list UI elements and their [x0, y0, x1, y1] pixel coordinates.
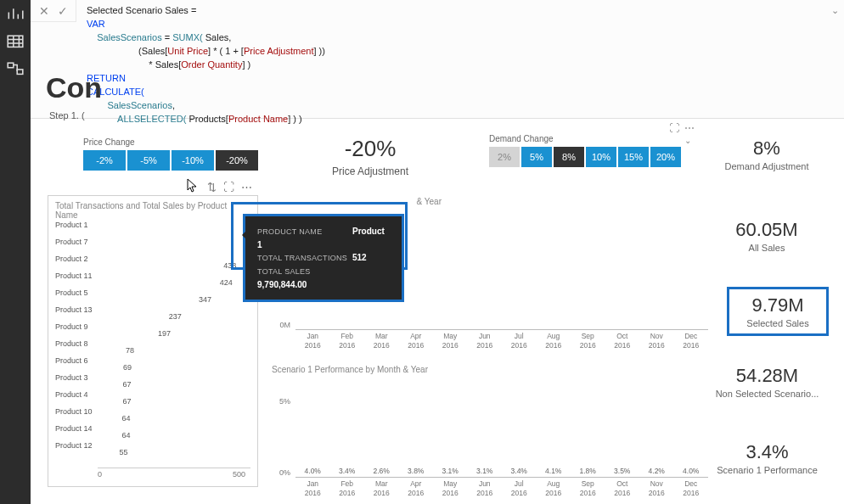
- kpi-selected-sales: 9.79M Selected Sales: [727, 287, 829, 336]
- axis-tick: Jun2016: [468, 332, 503, 354]
- column-label: 4.2%: [639, 467, 673, 477]
- slicer-option[interactable]: 2%: [489, 147, 520, 167]
- bar-row[interactable]: Product 878: [55, 335, 250, 352]
- column-label: 4.0%: [674, 467, 708, 477]
- bar-row[interactable]: Product 669: [55, 352, 250, 369]
- bar-category: Product 7: [55, 238, 98, 246]
- axis-tick: Mar2016: [364, 332, 399, 354]
- bar-row[interactable]: Product 1255: [55, 437, 250, 454]
- column-label: 3.1%: [468, 467, 502, 477]
- bar-row[interactable]: Product 5347: [55, 284, 250, 301]
- expand-formula-icon[interactable]: ⌄: [831, 5, 839, 16]
- bar-category: Product 2: [55, 255, 98, 263]
- price-adjustment-label: Price Adjustment: [311, 165, 430, 177]
- x-axis: 0 500: [98, 468, 250, 481]
- bar-value: 347: [199, 295, 211, 304]
- axis-tick: Feb2016: [330, 332, 365, 354]
- formula-text[interactable]: Selected Scenario Sales = VAR SalesScena…: [87, 3, 827, 126]
- bar-row[interactable]: Product 11424: [55, 267, 250, 284]
- focus-mode-icon[interactable]: ⛶: [669, 122, 679, 134]
- axis-tick: Oct2016: [605, 332, 640, 354]
- axis-tick: 0: [98, 470, 102, 479]
- data-view-icon[interactable]: [6, 34, 25, 49]
- bar-row[interactable]: Product 1064: [55, 403, 250, 420]
- axis-tick: Jul2016: [502, 332, 537, 354]
- axis-tick: Nov2016: [639, 332, 674, 354]
- slicer-label: Demand Change: [489, 134, 681, 143]
- more-options-icon[interactable]: ⋯: [684, 122, 695, 134]
- bar-row[interactable]: Product 467: [55, 386, 250, 403]
- svg-rect-0: [8, 36, 23, 47]
- bar-category: Product 6: [55, 356, 98, 365]
- chevron-down-icon[interactable]: ⌄: [684, 136, 691, 145]
- slicer-option[interactable]: 8%: [554, 147, 584, 167]
- report-view-icon[interactable]: [6, 7, 25, 22]
- bar-value: 67: [122, 380, 131, 389]
- slicer-option[interactable]: -20%: [216, 150, 258, 171]
- bar-value: 237: [169, 312, 182, 321]
- bar-row[interactable]: Product 367: [55, 369, 250, 386]
- bar-value: 69: [123, 363, 132, 372]
- kpi-value: 8%: [712, 137, 822, 160]
- kpi-non-selected: 54.28M Non Selected Scenario...: [706, 365, 829, 399]
- bar-category: Product 8: [55, 339, 98, 348]
- more-options-icon[interactable]: ⋯: [241, 181, 252, 193]
- slicer-option[interactable]: 5%: [521, 147, 552, 167]
- axis-tick: Dec2016: [674, 332, 709, 354]
- bar-category: Product 12: [55, 441, 98, 450]
- axis-tick: 0M: [279, 321, 290, 329]
- bar-category: Product 9: [55, 322, 98, 331]
- bar-value: 197: [158, 329, 171, 338]
- bar-value: 64: [121, 414, 130, 423]
- kpi-label: Non Selected Scenario...: [706, 389, 829, 399]
- tooltip-value: 512: [352, 253, 367, 262]
- axis-tick: Jun2016: [468, 479, 503, 501]
- column-label: 4.1%: [537, 467, 571, 477]
- kpi-scenario1-perf: 3.4% Scenario 1 Performance: [706, 441, 829, 475]
- slicer-option[interactable]: -10%: [172, 150, 214, 171]
- cancel-icon[interactable]: ✕: [39, 4, 49, 18]
- bar-row[interactable]: Product 13237: [55, 301, 250, 318]
- bar-row[interactable]: Product 2438: [55, 250, 250, 267]
- bar-category: Product 4: [55, 390, 98, 399]
- mouse-cursor-icon: [187, 178, 199, 193]
- slicer-option[interactable]: 15%: [618, 147, 649, 167]
- kpi-label: All Sales: [712, 243, 822, 253]
- tooltip-value: 9,790,844.00: [257, 280, 307, 289]
- axis-tick: Apr2016: [399, 479, 434, 501]
- visual-toolbar: ⇅ ⛶ ⋯: [207, 181, 252, 193]
- commit-icon[interactable]: ✓: [58, 4, 68, 18]
- slicer-option[interactable]: -5%: [127, 150, 170, 171]
- bar-category: Product 3: [55, 373, 98, 382]
- bar-row[interactable]: Product 9197: [55, 318, 250, 335]
- column-label: 3.5%: [605, 467, 639, 477]
- column-label: 2.6%: [364, 467, 398, 477]
- kpi-all-sales: 60.05M All Sales: [712, 219, 822, 253]
- column-label: 1.8%: [571, 467, 605, 477]
- kpi-label: Demand Adjustment: [712, 161, 822, 171]
- scenario-perf-chart[interactable]: Scenario 1 Performance by Month & Year 0…: [272, 365, 713, 489]
- bar-value: 64: [121, 431, 130, 440]
- kpi-label: Scenario 1 Performance: [706, 465, 829, 475]
- slicer-option[interactable]: 20%: [650, 147, 681, 167]
- axis-tick: Nov2016: [639, 479, 674, 501]
- focus-mode-icon[interactable]: ⛶: [223, 181, 234, 193]
- column-label: 3.8%: [399, 467, 433, 477]
- product-bar-chart[interactable]: ⇅ ⛶ ⋯ Total Transactions and Total Sales…: [48, 195, 258, 487]
- column-label: 3.4%: [329, 467, 363, 477]
- model-view-icon[interactable]: [6, 61, 25, 76]
- filter-icon[interactable]: ⇅: [207, 181, 217, 193]
- bar-row[interactable]: Product 1464: [55, 420, 250, 437]
- bar-row[interactable]: Product 1: [55, 216, 250, 233]
- slicer-option[interactable]: 10%: [586, 147, 616, 167]
- slicer-label: Price Change: [83, 137, 258, 147]
- tooltip-label: TOTAL SALES: [257, 266, 352, 278]
- formula-bar[interactable]: ✕ ✓ Selected Scenario Sales = VAR SalesS…: [31, 0, 844, 119]
- kpi-value: 60.05M: [712, 219, 822, 241]
- slicer-option[interactable]: -2%: [83, 150, 126, 171]
- kpi-value: 3.4%: [706, 441, 829, 463]
- bar-category: Product 13: [55, 305, 98, 314]
- bar-row[interactable]: Product 7: [55, 233, 250, 250]
- nav-strip: [0, 0, 31, 504]
- column-label: 3.4%: [502, 467, 536, 477]
